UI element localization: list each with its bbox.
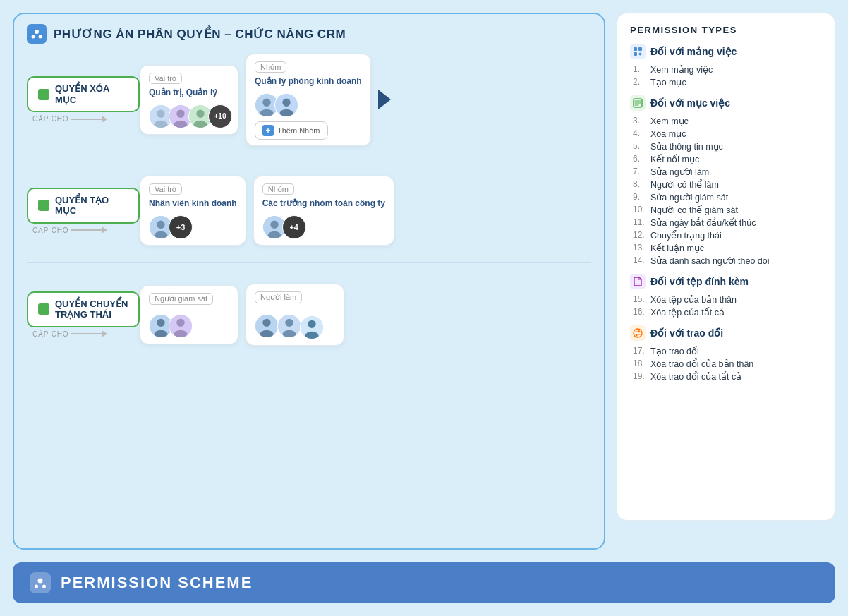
list-item: 12.Chuyển trạng thái bbox=[633, 229, 822, 241]
svg-point-0 bbox=[35, 30, 39, 34]
list-item: 7.Sửa người làm bbox=[633, 165, 822, 178]
cap-cho-row-2: CẤP CHO bbox=[32, 227, 107, 234]
svg-point-22 bbox=[270, 220, 278, 228]
perm-badge-text-1: QUYỀN XÓA MỤC bbox=[55, 83, 128, 105]
perm-badge-3: QUYỀN CHUYỂN TRẠNG THÁI bbox=[27, 291, 140, 327]
list-item: 11.Sửa ngày bắt đầu/kết thúc bbox=[633, 216, 822, 229]
group-label-2: Nhóm bbox=[262, 183, 294, 195]
section-board-header: Đối với mảng việc bbox=[630, 44, 822, 59]
g3-avatar-2 bbox=[277, 314, 301, 338]
cap-cho-row-3: CẤP CHO bbox=[32, 330, 107, 338]
bottom-bar-text: PERMISSION SCHEME bbox=[61, 574, 253, 592]
section-exchange-header: Đối với trao đổi bbox=[630, 325, 822, 341]
right-panel-title: PERMISSION TYPES bbox=[630, 25, 822, 35]
list-item: 10.Người có thể giám sát bbox=[633, 203, 822, 216]
divider-1 bbox=[27, 159, 591, 159]
group-subtitle-2: Các trưởng nhóm toàn công ty bbox=[262, 198, 385, 210]
list-item: 17.Tạo trao đổi bbox=[633, 344, 822, 357]
g2-avatar-plus-1: +4 bbox=[282, 215, 306, 239]
arrow-pointer-1 bbox=[375, 90, 391, 109]
role-label-3: Người giám sát bbox=[149, 293, 213, 305]
section-exchange: Đối với trao đổi 17.Tạo trao đổi 18.Xóa … bbox=[630, 325, 822, 382]
group-box-1: Nhóm Quản lý phòng kinh doanh bbox=[246, 54, 371, 146]
top-section: PHƯƠNG ÁN PHÂN QUYỀN – CHỨC NĂNG CRM QUY… bbox=[13, 13, 835, 550]
avatars-row-group-1 bbox=[255, 93, 362, 117]
svg-point-7 bbox=[176, 109, 184, 117]
perm-badge-2: QUYỀN TẠO MỤC bbox=[27, 188, 140, 224]
role-subtitle-1: Quản trị, Quản lý bbox=[149, 87, 229, 99]
diagram-title-icon bbox=[27, 24, 47, 44]
list-item: 8.Người có thể làm bbox=[633, 178, 822, 191]
cap-cho-row-1: CẤP CHO bbox=[32, 115, 107, 123]
exchange-icon bbox=[630, 325, 646, 341]
section-task-list: 3.Xem mục 4.Xóa mục 5.Sửa thông tin mục … bbox=[630, 114, 822, 267]
svg-rect-41 bbox=[634, 52, 637, 56]
cap-cho-text-1: CẤP CHO bbox=[32, 115, 68, 123]
perm-badge-dot-3 bbox=[38, 303, 49, 315]
horiz-arrow-1 bbox=[71, 119, 107, 120]
left-col-3: QUYỀN CHUYỂN TRẠNG THÁI CẤP CHO bbox=[27, 291, 140, 338]
r2-avatar-plus-1: +3 bbox=[169, 215, 193, 239]
svg-rect-40 bbox=[638, 47, 642, 51]
bottom-bar-icon bbox=[30, 572, 51, 593]
avatars-row-role-3 bbox=[149, 314, 229, 338]
section-file-header: Đối với tệp đính kèm bbox=[630, 274, 822, 289]
group-box-2: Nhóm Các trưởng nhóm toàn công ty +4 bbox=[253, 176, 394, 246]
bottom-bar: PERMISSION SCHEME bbox=[13, 562, 835, 603]
perm-badge-text-3: QUYỀN CHUYỂN TRẠNG THÁI bbox=[55, 298, 128, 320]
section-file: Đối với tệp đính kèm 15.Xóa tệp của bản … bbox=[630, 274, 822, 318]
svg-point-1 bbox=[32, 35, 35, 39]
svg-point-25 bbox=[157, 318, 164, 326]
left-col-2: QUYỀN TẠO MỤC CẤP CHO bbox=[27, 188, 140, 234]
list-item: 14.Sửa danh sách người theo dõi bbox=[633, 254, 822, 267]
perm-badge-1: QUYỀN XÓA MỤC bbox=[27, 76, 140, 112]
perm-row-2: QUYỀN TẠO MỤC CẤP CHO Vai trò Nhân viên … bbox=[27, 172, 591, 250]
left-col-1: QUYỀN XÓA MỤC CẤP CHO bbox=[27, 76, 140, 123]
list-item: 9.Sửa người giám sát bbox=[633, 191, 822, 203]
them-nhom-button-1[interactable]: + Thêm Nhóm bbox=[255, 121, 328, 140]
svg-point-46 bbox=[35, 585, 38, 588]
svg-point-42 bbox=[639, 53, 642, 56]
role-label-1: Vai trò bbox=[149, 73, 182, 84]
svg-point-4 bbox=[157, 109, 164, 117]
diagram-rows: QUYỀN XÓA MỤC CẤP CHO Vai trò Quản trị, … bbox=[27, 54, 591, 538]
file-icon bbox=[630, 274, 646, 289]
svg-point-44 bbox=[634, 329, 642, 337]
list-item: 15.Xóa tệp của bản thân bbox=[633, 293, 822, 306]
section-task-header: Đối với mục việc bbox=[630, 95, 822, 111]
diagram-panel: PHƯƠNG ÁN PHÂN QUYỀN – CHỨC NĂNG CRM QUY… bbox=[13, 13, 605, 550]
avatar-plus-1: +10 bbox=[208, 104, 232, 128]
g3-avatar-1 bbox=[255, 314, 279, 338]
perm-row-3: QUYỀN CHUYỂN TRẠNG THÁI CẤP CHO Người gi… bbox=[27, 276, 591, 354]
role-label-2: Vai trò bbox=[149, 183, 182, 195]
group-subtitle-1: Quản lý phòng kinh doanh bbox=[255, 76, 362, 87]
horiz-arrow-3 bbox=[71, 333, 107, 334]
section-board-list: 1.Xem mảng việc 2.Tạo mục bbox=[630, 63, 822, 88]
svg-point-13 bbox=[262, 98, 270, 106]
perm-badge-dot-2 bbox=[38, 200, 49, 211]
list-item: 19.Xóa trao đổi của tất cả bbox=[633, 370, 822, 382]
task-icon bbox=[630, 95, 646, 111]
avatars-row-group-3 bbox=[255, 313, 335, 339]
section-file-list: 15.Xóa tệp của bản thân 16.Xóa tệp của t… bbox=[630, 293, 822, 318]
diagram-title: PHƯƠNG ÁN PHÂN QUYỀN – CHỨC NĂNG CRM bbox=[27, 24, 591, 44]
svg-point-10 bbox=[196, 109, 204, 117]
board-icon bbox=[630, 44, 646, 59]
group-label-1: Nhóm bbox=[255, 61, 286, 73]
list-item: 16.Xóa tệp của tất cả bbox=[633, 306, 822, 318]
role-box-2: Vai trò Nhân viên kinh doanh +3 bbox=[140, 176, 246, 246]
avatars-row-role-2: +3 bbox=[149, 215, 237, 239]
section-board: Đối với mảng việc 1.Xem mảng việc 2.Tạo … bbox=[630, 44, 822, 88]
horiz-arrow-2 bbox=[71, 229, 107, 231]
list-item: 2.Tạo mục bbox=[633, 76, 822, 88]
group-label-3: Người làm bbox=[255, 291, 302, 303]
svg-point-34 bbox=[285, 318, 293, 326]
main-container: PHƯƠNG ÁN PHÂN QUYỀN – CHỨC NĂNG CRM QUY… bbox=[0, 0, 848, 616]
cap-cho-text-2: CẤP CHO bbox=[32, 227, 68, 234]
section-task: Đối với mục việc 3.Xem mục 4.Xóa mục 5.S… bbox=[630, 95, 822, 267]
list-item: 3.Xem mục bbox=[633, 114, 822, 127]
section-exchange-list: 17.Tạo trao đổi 18.Xóa trao đổi của bản … bbox=[630, 344, 822, 382]
svg-point-19 bbox=[157, 220, 164, 228]
group-avatar-2 bbox=[274, 93, 298, 117]
right-panel: PERMISSION TYPES Đối với mảng việc 1.Xem… bbox=[617, 13, 835, 521]
